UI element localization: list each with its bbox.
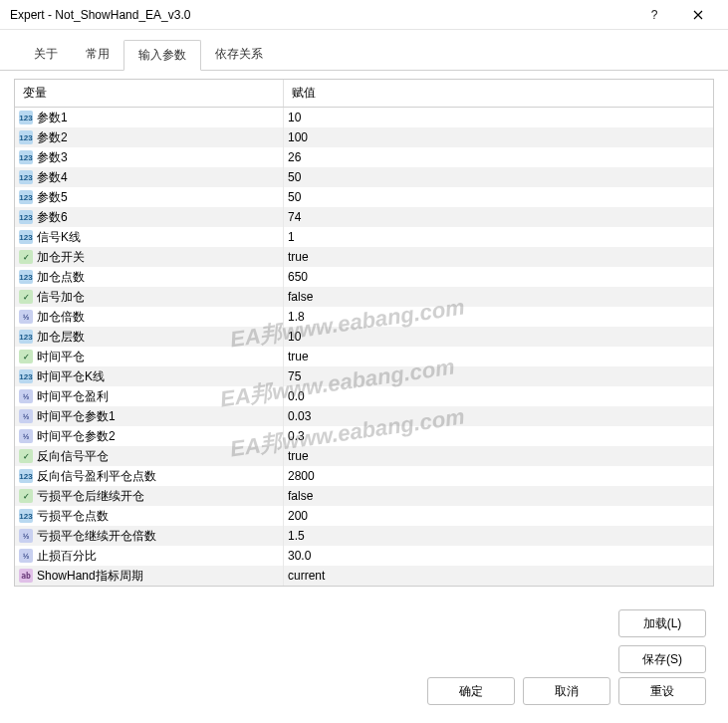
param-name-cell[interactable]: 123参数1: [15, 108, 284, 127]
param-row[interactable]: 123加仓层数10: [15, 327, 713, 347]
param-row[interactable]: 123信号K线1: [15, 227, 713, 247]
param-name: 亏损平仓继续开仓倍数: [37, 528, 156, 545]
param-value-cell[interactable]: 1.8: [284, 307, 713, 327]
param-row[interactable]: ✓亏损平仓后继续开仓false: [15, 486, 713, 506]
param-value-cell[interactable]: 200: [284, 506, 713, 526]
param-row[interactable]: abShowHand指标周期current: [15, 566, 713, 586]
param-value-cell[interactable]: current: [284, 566, 713, 586]
dbl-type-icon: ½: [19, 429, 33, 443]
cancel-button[interactable]: 取消: [523, 677, 610, 705]
int-type-icon: 123: [19, 190, 33, 204]
param-value-cell[interactable]: true: [284, 347, 713, 366]
save-button[interactable]: 保存(S): [618, 645, 706, 673]
param-row[interactable]: 123参数450: [15, 167, 713, 187]
param-value-cell[interactable]: 650: [284, 267, 713, 287]
param-value-cell[interactable]: 2800: [284, 466, 713, 486]
param-value-cell[interactable]: true: [284, 446, 713, 466]
parameter-grid[interactable]: 变量 赋值 123参数110123参数2100123参数326123参数4501…: [14, 79, 714, 587]
param-value-cell[interactable]: 74: [284, 207, 713, 227]
ok-button[interactable]: 确定: [427, 677, 515, 705]
param-row[interactable]: ½加仓倍数1.8: [15, 307, 713, 327]
param-name-cell[interactable]: ½亏损平仓继续开仓倍数: [15, 526, 284, 546]
int-type-icon: 123: [19, 469, 33, 483]
param-name-cell[interactable]: ½时间平仓盈利: [15, 386, 284, 406]
reset-button[interactable]: 重设: [618, 677, 706, 705]
param-value-cell[interactable]: 0.03: [284, 406, 713, 426]
param-name-cell[interactable]: abShowHand指标周期: [15, 566, 284, 586]
tab-2[interactable]: 输入参数: [123, 40, 201, 71]
param-row[interactable]: 123加仓点数650: [15, 267, 713, 287]
param-row[interactable]: 123亏损平仓点数200: [15, 506, 713, 526]
param-name: 参数4: [37, 169, 68, 186]
header-variable[interactable]: 变量: [15, 80, 284, 107]
tab-1[interactable]: 常用: [72, 40, 123, 70]
param-value-cell[interactable]: 0.0: [284, 386, 713, 406]
param-name-cell[interactable]: ✓亏损平仓后继续开仓: [15, 486, 284, 506]
param-row[interactable]: ✓信号加仓false: [15, 287, 713, 307]
param-row[interactable]: ✓加仓开关true: [15, 247, 713, 267]
help-button[interactable]: ?: [632, 0, 676, 30]
param-name: 加仓点数: [37, 269, 85, 286]
tab-3[interactable]: 依存关系: [201, 40, 277, 70]
bool-type-icon: ✓: [19, 350, 33, 363]
param-name-cell[interactable]: 123加仓点数: [15, 267, 284, 287]
window-title: Expert - Not_ShowHand_EA_v3.0: [10, 8, 632, 22]
param-value-cell[interactable]: 0.3: [284, 426, 713, 446]
param-row[interactable]: 123参数2100: [15, 127, 713, 147]
param-value-cell[interactable]: 10: [284, 327, 713, 347]
param-name-cell[interactable]: ½止损百分比: [15, 546, 284, 566]
param-row[interactable]: ½时间平仓参数20.3: [15, 426, 713, 446]
param-row[interactable]: 123反向信号盈利平仓点数2800: [15, 466, 713, 486]
param-value-cell[interactable]: 50: [284, 187, 713, 207]
param-name-cell[interactable]: 123参数4: [15, 167, 284, 187]
param-row[interactable]: ✓反向信号平仓true: [15, 446, 713, 466]
param-name-cell[interactable]: 123亏损平仓点数: [15, 506, 284, 526]
param-row[interactable]: ½止损百分比30.0: [15, 546, 713, 566]
tab-0[interactable]: 关于: [20, 40, 72, 70]
param-name-cell[interactable]: 123加仓层数: [15, 327, 284, 347]
param-value-cell[interactable]: 100: [284, 127, 713, 147]
param-name-cell[interactable]: ✓加仓开关: [15, 247, 284, 267]
int-type-icon: 123: [19, 270, 33, 284]
param-name-cell[interactable]: ½时间平仓参数1: [15, 406, 284, 426]
param-row[interactable]: ½时间平仓盈利0.0: [15, 386, 713, 406]
param-value-cell[interactable]: true: [284, 247, 713, 267]
param-name-cell[interactable]: ✓反向信号平仓: [15, 446, 284, 466]
param-name-cell[interactable]: 123反向信号盈利平仓点数: [15, 466, 284, 486]
param-row[interactable]: 123参数550: [15, 187, 713, 207]
param-name-cell[interactable]: 123参数3: [15, 147, 284, 167]
param-value-cell[interactable]: 10: [284, 108, 713, 127]
param-row[interactable]: ½亏损平仓继续开仓倍数1.5: [15, 526, 713, 546]
param-name-cell[interactable]: ✓信号加仓: [15, 287, 284, 307]
param-name-cell[interactable]: ½时间平仓参数2: [15, 426, 284, 446]
param-name-cell[interactable]: 123参数2: [15, 127, 284, 147]
param-name-cell[interactable]: 123参数5: [15, 187, 284, 207]
param-name-cell[interactable]: 123信号K线: [15, 227, 284, 247]
load-button[interactable]: 加载(L): [618, 609, 706, 637]
param-row[interactable]: ✓时间平仓true: [15, 347, 713, 366]
bool-type-icon: ✓: [19, 250, 33, 264]
param-value-cell[interactable]: false: [284, 486, 713, 506]
dbl-type-icon: ½: [19, 310, 33, 324]
param-value-cell[interactable]: 1: [284, 227, 713, 247]
param-name: 参数5: [37, 189, 68, 206]
header-value[interactable]: 赋值: [284, 80, 713, 107]
param-row[interactable]: 123参数110: [15, 108, 713, 127]
param-value-cell[interactable]: 26: [284, 147, 713, 167]
param-value-cell[interactable]: false: [284, 287, 713, 307]
str-type-icon: ab: [19, 569, 33, 583]
param-row[interactable]: 123参数674: [15, 207, 713, 227]
close-button[interactable]: [676, 0, 720, 30]
param-row[interactable]: 123时间平仓K线75: [15, 366, 713, 386]
param-value-cell[interactable]: 75: [284, 366, 713, 386]
param-name-cell[interactable]: 123参数6: [15, 207, 284, 227]
param-row[interactable]: 123参数326: [15, 147, 713, 167]
param-row[interactable]: ½时间平仓参数10.03: [15, 406, 713, 426]
param-value-cell[interactable]: 30.0: [284, 546, 713, 566]
param-value-cell[interactable]: 50: [284, 167, 713, 187]
param-name: 时间平仓: [37, 349, 85, 365]
param-name-cell[interactable]: ½加仓倍数: [15, 307, 284, 327]
param-name-cell[interactable]: 123时间平仓K线: [15, 366, 284, 386]
param-value-cell[interactable]: 1.5: [284, 526, 713, 546]
param-name-cell[interactable]: ✓时间平仓: [15, 347, 284, 366]
